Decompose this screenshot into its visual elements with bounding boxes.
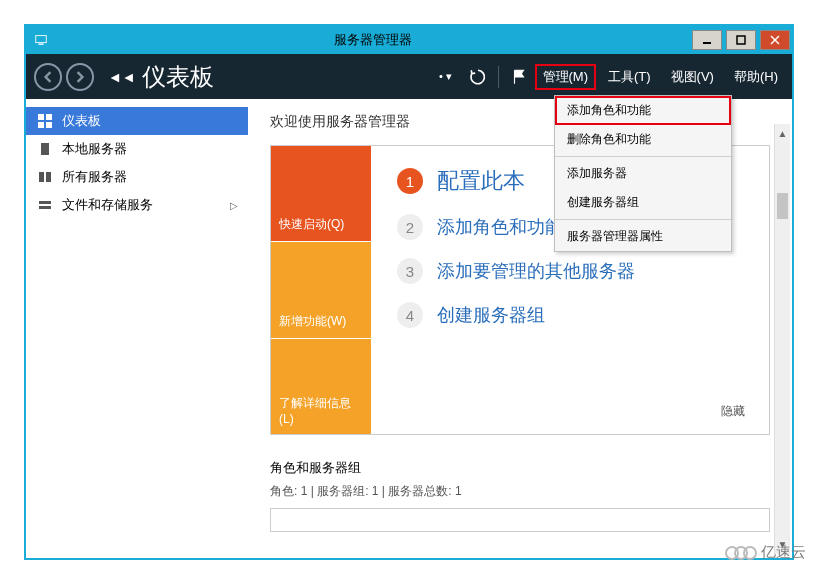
svg-rect-1 xyxy=(38,44,43,45)
svg-rect-8 xyxy=(38,122,44,128)
minimize-button[interactable] xyxy=(692,30,722,50)
menu-view[interactable]: 视图(V) xyxy=(663,64,722,90)
window-title: 服务器管理器 xyxy=(56,31,690,49)
watermark: 亿速云 xyxy=(725,543,806,562)
step-num: 3 xyxy=(397,258,423,284)
menu-tools[interactable]: 工具(T) xyxy=(600,64,659,90)
breadcrumb[interactable]: ◄◄ 仪表板 xyxy=(108,61,214,93)
breadcrumb-label: 仪表板 xyxy=(142,61,214,93)
sidebar-item-storage[interactable]: 文件和存储服务 ▷ xyxy=(26,191,248,219)
dropdown-remove-roles[interactable]: 删除角色和功能 xyxy=(555,125,731,154)
menu-manage[interactable]: 管理(M) xyxy=(535,64,597,90)
step-text: 创建服务器组 xyxy=(437,303,545,327)
step-3[interactable]: 3 添加要管理的其他服务器 xyxy=(397,258,743,284)
svg-rect-6 xyxy=(38,114,44,120)
scroll-thumb[interactable] xyxy=(777,193,788,219)
sidebar-item-label: 所有服务器 xyxy=(62,168,127,186)
step-4[interactable]: 4 创建服务器组 xyxy=(397,302,743,328)
tile-new[interactable]: 新增功能(W) xyxy=(271,241,371,337)
titlebar: 服务器管理器 xyxy=(26,26,792,54)
step-text: 添加要管理的其他服务器 xyxy=(437,259,635,283)
refresh-icon[interactable] xyxy=(464,63,492,91)
step-text: 配置此本 xyxy=(437,166,525,196)
flag-icon[interactable] xyxy=(505,63,533,91)
dropdown-add-roles[interactable]: 添加角色和功能 xyxy=(555,96,731,125)
watermark-icon xyxy=(725,546,757,560)
svg-rect-13 xyxy=(39,201,51,204)
separator xyxy=(555,156,731,157)
svg-rect-11 xyxy=(39,172,44,182)
watermark-text: 亿速云 xyxy=(761,543,806,562)
scroll-track[interactable] xyxy=(775,143,790,535)
scroll-up-icon[interactable]: ▲ xyxy=(778,124,788,143)
svg-rect-10 xyxy=(41,143,49,155)
roles-box xyxy=(270,508,770,532)
menu-help[interactable]: 帮助(H) xyxy=(726,64,786,90)
sidebar-item-label: 本地服务器 xyxy=(62,140,127,158)
servers-icon xyxy=(38,170,52,184)
tile-quickstart[interactable]: 快速启动(Q) xyxy=(271,146,371,241)
svg-rect-14 xyxy=(39,206,51,209)
dropdown-add-server[interactable]: 添加服务器 xyxy=(555,159,731,188)
svg-rect-0 xyxy=(36,36,47,43)
manage-dropdown: 添加角色和功能 删除角色和功能 添加服务器 创建服务器组 服务器管理器属性 xyxy=(554,95,732,252)
roles-title: 角色和服务器组 xyxy=(270,459,770,477)
dropdown-create-group[interactable]: 创建服务器组 xyxy=(555,188,731,217)
roles-section: 角色和服务器组 角色: 1 | 服务器组: 1 | 服务器总数: 1 xyxy=(270,459,770,532)
scrollbar[interactable]: ▲ ▼ xyxy=(774,124,790,554)
dropdown-caret-icon[interactable]: • ▾ xyxy=(432,63,460,91)
svg-rect-3 xyxy=(737,36,745,44)
close-button[interactable] xyxy=(760,30,790,50)
app-icon xyxy=(32,31,50,49)
sidebar-item-dashboard[interactable]: 仪表板 xyxy=(26,107,248,135)
chevron-right-icon: ▷ xyxy=(230,200,238,211)
svg-rect-7 xyxy=(46,114,52,120)
svg-rect-12 xyxy=(46,172,51,182)
separator xyxy=(498,66,499,88)
tile-learn[interactable]: 了解详细信息(L) xyxy=(271,338,371,434)
sidebar-item-label: 文件和存储服务 xyxy=(62,196,153,214)
toolbar: ◄◄ 仪表板 • ▾ 管理(M) 工具(T) 视图(V) 帮助(H) xyxy=(26,54,792,99)
hide-link[interactable]: 隐藏 xyxy=(721,403,745,420)
sidebar-item-local[interactable]: 本地服务器 xyxy=(26,135,248,163)
step-num: 4 xyxy=(397,302,423,328)
step-text: 添加角色和功能 xyxy=(437,215,563,239)
server-icon xyxy=(38,142,52,156)
step-num: 1 xyxy=(397,168,423,194)
dropdown-properties[interactable]: 服务器管理器属性 xyxy=(555,222,731,251)
storage-icon xyxy=(38,198,52,212)
back-button[interactable] xyxy=(34,63,62,91)
svg-rect-9 xyxy=(46,122,52,128)
chevron-left-icon: ◄◄ xyxy=(108,69,136,85)
sidebar: 仪表板 本地服务器 所有服务器 文件和存储服务 ▷ xyxy=(26,99,248,558)
roles-subtitle: 角色: 1 | 服务器组: 1 | 服务器总数: 1 xyxy=(270,483,770,500)
forward-button[interactable] xyxy=(66,63,94,91)
maximize-button[interactable] xyxy=(726,30,756,50)
sidebar-item-all[interactable]: 所有服务器 xyxy=(26,163,248,191)
step-num: 2 xyxy=(397,214,423,240)
sidebar-item-label: 仪表板 xyxy=(62,112,101,130)
dashboard-icon xyxy=(38,114,52,128)
separator xyxy=(555,219,731,220)
